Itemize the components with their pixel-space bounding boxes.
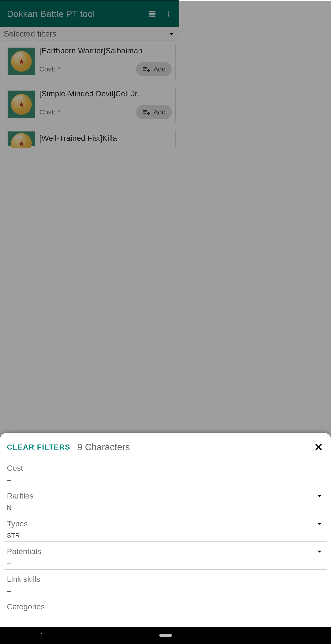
star-icon: ★	[18, 140, 25, 147]
character-cost: Cost: 4	[39, 108, 136, 116]
playlist-add-icon	[142, 108, 150, 116]
character-title: [Earthborn Warrior]Saibaiman	[39, 46, 172, 55]
star-icon: ★	[18, 100, 25, 108]
character-cost: Cost: 4	[39, 65, 136, 73]
svg-point-1	[168, 13, 169, 14]
character-thumb: ★	[8, 132, 35, 146]
character-card[interactable]: ★ [Earthborn Warrior]Saibaiman Cost: 4 A…	[4, 44, 176, 80]
add-button-label: Add	[154, 108, 166, 116]
selected-filters-label: Selected filters	[4, 29, 167, 38]
more-menu-icon[interactable]	[160, 6, 176, 22]
star-icon: ★	[18, 58, 25, 65]
add-button[interactable]: Add	[136, 105, 172, 119]
character-thumb: ★	[8, 90, 35, 118]
character-list: ★ [Earthborn Warrior]Saibaiman Cost: 4 A…	[0, 40, 179, 162]
svg-point-0	[168, 12, 169, 13]
add-button[interactable]: Add	[136, 62, 172, 76]
character-title: [Well-Trained Fist]Killa	[39, 134, 172, 143]
character-card[interactable]: ★ [Simple-Minded Devil]Cell Jr. Cost: 4 …	[4, 87, 176, 123]
svg-point-2	[168, 16, 169, 16]
chevron-down-icon	[167, 30, 176, 38]
character-thumb: ★	[8, 48, 35, 75]
add-button-label: Add	[154, 65, 166, 73]
character-card[interactable]: ★ [Well-Trained Fist]Killa	[4, 130, 176, 148]
selected-filters-bar[interactable]: Selected filters	[0, 27, 179, 40]
character-title: [Simple-Minded Devil]Cell Jr.	[39, 89, 172, 98]
playlist-add-icon	[142, 65, 150, 73]
appbar-server-icon[interactable]	[144, 6, 160, 22]
app-title: Dokkan Battle PT tool	[7, 9, 144, 19]
app-bar: Dokkan Battle PT tool	[0, 1, 179, 27]
